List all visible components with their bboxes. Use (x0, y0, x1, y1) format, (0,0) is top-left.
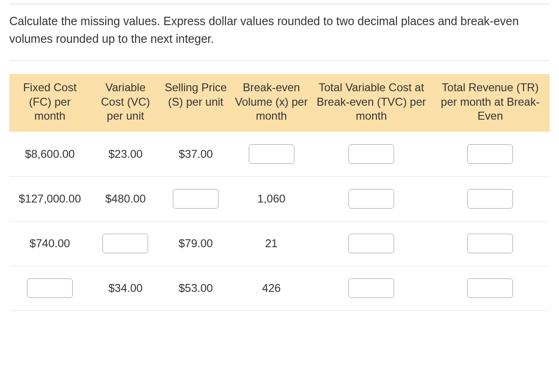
input-vc[interactable] (102, 234, 148, 253)
cell-tr (431, 132, 550, 176)
input-tr[interactable] (467, 234, 513, 253)
table-body: $8,600.00$23.00$37.00$127,000.00$480.001… (9, 132, 550, 311)
table-row: $740.00$79.0021 (9, 221, 550, 266)
header-fixed-cost: Fixed Cost (FC) per month (9, 74, 90, 132)
cell-s (161, 176, 231, 221)
cell-s: $37.00 (161, 132, 231, 176)
breakeven-table: Fixed Cost (FC) per month Variable Cost … (9, 74, 550, 311)
input-tr[interactable] (467, 278, 513, 298)
cell-tr (431, 266, 550, 311)
value-s: $37.00 (178, 148, 212, 160)
cell-vc (90, 221, 161, 266)
value-vc: $480.00 (105, 192, 146, 205)
value-fc: $8,600.00 (25, 148, 75, 160)
cell-x: 426 (231, 266, 312, 311)
table-row: $34.00$53.00426 (9, 266, 550, 311)
cell-tvc (312, 176, 431, 221)
input-tr[interactable] (467, 189, 513, 209)
input-x[interactable] (249, 144, 294, 164)
header-selling-price: Selling Price (S) per unit (161, 74, 231, 132)
table-row: $8,600.00$23.00$37.00 (9, 132, 550, 176)
cell-x: 21 (231, 221, 312, 266)
breakeven-table-container: Fixed Cost (FC) per month Variable Cost … (0, 61, 559, 311)
cell-fc: $127,000.00 (9, 176, 90, 221)
cell-s: $79.00 (161, 221, 231, 266)
value-x: 21 (265, 237, 278, 250)
input-fc[interactable] (27, 278, 73, 298)
value-s: $79.00 (178, 237, 212, 250)
cell-vc: $23.00 (90, 132, 161, 176)
header-variable-cost: Variable Cost (VC) per unit (90, 74, 161, 132)
cell-tvc (312, 266, 431, 311)
cell-vc: $480.00 (90, 176, 161, 221)
value-x: 1,060 (258, 192, 286, 205)
cell-tvc (312, 221, 431, 266)
header-breakeven-volume: Break-even Volume (x) per month (231, 74, 312, 132)
header-total-variable-cost: Total Variable Cost at Break-even (TVC) … (312, 74, 431, 132)
cell-tvc (312, 132, 431, 176)
input-s[interactable] (173, 189, 218, 209)
cell-tr (431, 221, 550, 266)
cell-fc (9, 266, 90, 311)
value-vc: $34.00 (109, 282, 143, 294)
value-fc: $740.00 (30, 237, 70, 250)
cell-fc: $740.00 (9, 221, 90, 266)
instructions-text: Calculate the missing values. Express do… (0, 4, 559, 61)
input-tvc[interactable] (348, 234, 394, 253)
header-total-revenue: Total Revenue (TR) per month at Break-Ev… (431, 74, 550, 132)
value-vc: $23.00 (109, 148, 143, 160)
value-s: $53.00 (178, 282, 212, 294)
input-tvc[interactable] (348, 189, 394, 209)
cell-s: $53.00 (161, 266, 231, 311)
table-header-row: Fixed Cost (FC) per month Variable Cost … (9, 74, 550, 132)
value-fc: $127,000.00 (19, 192, 81, 205)
cell-tr (431, 176, 550, 221)
cell-x (231, 132, 312, 176)
input-tvc[interactable] (348, 144, 394, 164)
cell-x: 1,060 (231, 176, 312, 221)
input-tr[interactable] (467, 144, 513, 164)
table-row: $127,000.00$480.001,060 (9, 176, 550, 221)
value-x: 426 (262, 282, 281, 294)
cell-vc: $34.00 (90, 266, 161, 311)
input-tvc[interactable] (348, 278, 394, 298)
cell-fc: $8,600.00 (9, 132, 90, 176)
